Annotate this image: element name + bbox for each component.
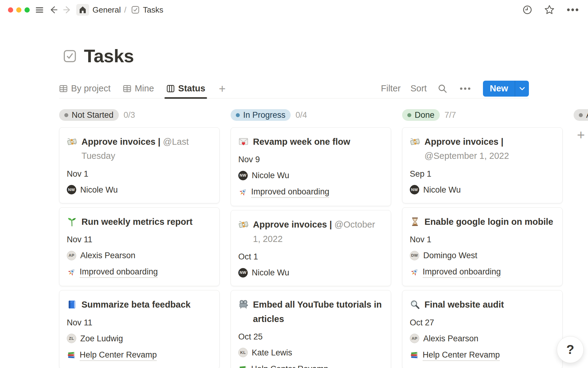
- new-button-label: New: [483, 81, 515, 97]
- task-card[interactable]: Final website audit Oct 27 AP Alexis Pea…: [402, 290, 563, 368]
- sidebar-toggle-button[interactable]: [35, 5, 44, 15]
- status-pill-overflow[interactable]: A: [574, 109, 588, 121]
- task-card[interactable]: Approve invoices | @Last Tuesday Nov 1 N…: [59, 127, 220, 203]
- favorite-button[interactable]: [543, 3, 556, 17]
- status-label: A: [586, 110, 588, 120]
- back-arrow-icon: [49, 5, 58, 14]
- zoom-window-button[interactable]: [24, 7, 30, 13]
- task-card[interactable]: Embed all YouTube tutorials in articles …: [231, 290, 391, 368]
- task-date: Nov 11: [67, 235, 212, 244]
- avatar: NW: [67, 185, 76, 194]
- breadcrumb-separator: /: [124, 5, 126, 15]
- filter-button[interactable]: Filter: [381, 83, 401, 94]
- project-link[interactable]: Improved onboarding: [423, 266, 501, 278]
- search-icon: [438, 84, 447, 94]
- task-card[interactable]: Approve invoices | @October 1, 2022 Oct …: [231, 210, 391, 286]
- project-link[interactable]: Improved onboarding: [251, 186, 329, 198]
- status-pill-in-progress[interactable]: In Progress: [231, 109, 291, 121]
- table-icon: [123, 84, 131, 93]
- assignee-name: Nicole Wu: [252, 170, 289, 181]
- love-letter-icon: [238, 136, 249, 147]
- status-dot-icon: [579, 113, 583, 117]
- close-window-button[interactable]: [8, 7, 13, 13]
- checkbox-icon: [131, 6, 140, 14]
- chevron-down-icon: [519, 86, 525, 91]
- project-link[interactable]: Improved onboarding: [80, 266, 158, 278]
- books-icon: [410, 351, 419, 360]
- status-pill-done[interactable]: Done: [402, 109, 440, 121]
- task-date: Nov 11: [67, 318, 212, 328]
- page-title[interactable]: Tasks: [84, 45, 134, 67]
- status-pill-not-started[interactable]: Not Started: [59, 109, 119, 121]
- assignee-row: ZL Zoe Ludwig: [67, 333, 212, 344]
- books-icon: [238, 365, 247, 368]
- view-options-button[interactable]: [458, 86, 472, 92]
- page-icon-checkbox[interactable]: [63, 49, 77, 63]
- assignee-name: Domingo West: [423, 250, 477, 261]
- task-card[interactable]: Run weekly metrics report Nov 11 AP Alex…: [59, 207, 220, 286]
- task-title: Final website audit: [424, 297, 504, 312]
- board-icon: [166, 84, 175, 93]
- add-card-button[interactable]: +: [577, 128, 585, 142]
- assignee-row: AP Alexis Pearson: [67, 250, 212, 261]
- help-button[interactable]: ?: [557, 336, 584, 363]
- sort-button[interactable]: Sort: [410, 83, 427, 94]
- tab-by-project[interactable]: By project: [59, 79, 111, 98]
- clock-icon: [522, 5, 532, 15]
- seedling-icon: [67, 217, 77, 227]
- project-row: Improved onboarding: [410, 266, 555, 278]
- new-button[interactable]: New: [483, 81, 529, 97]
- task-title: Approve invoices | @October 1, 2022: [253, 217, 383, 246]
- project-row: Improved onboarding: [67, 266, 212, 278]
- new-dropdown-button[interactable]: [515, 81, 529, 97]
- tab-label: By project: [71, 83, 111, 94]
- assignee-row: AP Alexis Pearson: [410, 333, 555, 344]
- books-icon: [67, 351, 76, 360]
- add-view-button[interactable]: +: [219, 83, 225, 94]
- task-card[interactable]: Summarize beta feedback Nov 11 ZL Zoe Lu…: [59, 290, 220, 368]
- board-column-done: Done 7/7 Approve invoices | @September 1…: [402, 109, 563, 368]
- tab-status[interactable]: Status: [166, 79, 205, 98]
- task-card[interactable]: Revamp week one flow Nov 9 NW Nicole Wu …: [231, 127, 391, 206]
- assignee-row: NW Nicole Wu: [67, 185, 212, 195]
- task-card[interactable]: Enable google login on mobile Nov 1 DW D…: [402, 207, 563, 286]
- ellipsis-icon: [460, 87, 471, 90]
- breadcrumb-page[interactable]: Tasks: [143, 5, 163, 15]
- assignee-row: KL Kate Lewis: [238, 347, 383, 358]
- status-label: In Progress: [243, 110, 285, 120]
- table-icon: [59, 84, 68, 93]
- project-link[interactable]: Help Center Revamp: [423, 350, 500, 361]
- back-button[interactable]: [47, 4, 59, 16]
- breadcrumb-workspace[interactable]: General: [92, 5, 121, 15]
- board-column-in-progress: In Progress 0/4 Revamp week one flow Nov…: [231, 109, 391, 368]
- assignee-row: DW Domingo West: [410, 250, 555, 261]
- task-date: Oct 25: [238, 332, 383, 342]
- task-date: Nov 1: [410, 235, 555, 244]
- project-row: Help Center Revamp: [410, 350, 555, 361]
- date-mention: @September 1, 2022: [424, 151, 509, 161]
- project-link[interactable]: Help Center Revamp: [251, 364, 328, 368]
- avatar: NW: [238, 171, 248, 180]
- task-date: Nov 1: [67, 169, 212, 179]
- history-button[interactable]: [521, 4, 533, 16]
- breadcrumb: General / Tasks: [92, 5, 163, 15]
- money-with-wings-icon: [410, 136, 420, 147]
- assignee-row: NW Nicole Wu: [238, 267, 383, 278]
- forward-button[interactable]: [62, 4, 73, 16]
- money-with-wings-icon: [238, 219, 249, 230]
- home-button[interactable]: [76, 4, 89, 16]
- more-options-button[interactable]: [565, 6, 580, 13]
- tab-mine[interactable]: Mine: [123, 79, 154, 98]
- assignee-name: Nicole Wu: [423, 185, 461, 195]
- assignee-name: Alexis Pearson: [80, 250, 135, 261]
- minimize-window-button[interactable]: [16, 7, 21, 13]
- board-column-not-started: Not Started 0/3 Approve invoices | @Last…: [59, 109, 220, 368]
- task-date: Nov 9: [238, 155, 383, 164]
- topbar: General / Tasks: [0, 0, 588, 20]
- project-link[interactable]: Help Center Revamp: [80, 350, 157, 361]
- task-card[interactable]: Approve invoices | @September 1, 2022 Se…: [402, 127, 563, 203]
- task-title: Approve invoices | @Last Tuesday: [81, 135, 212, 163]
- hourglass-icon: [410, 217, 420, 227]
- task-date: Oct 1: [238, 252, 383, 262]
- search-button[interactable]: [436, 82, 449, 95]
